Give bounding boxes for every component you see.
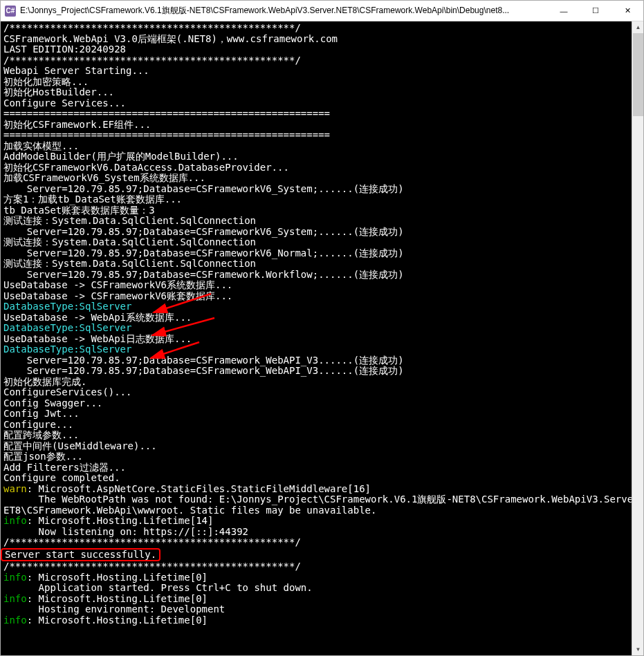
console-line: 加载实体模型... <box>3 141 629 152</box>
console-line: UseDatabase -> CSFrameworkV6账套数据库... <box>3 291 629 302</box>
console-line: 配置json参数... <box>3 451 629 462</box>
console-line: 初始化CSFrameworkV6.DataAccess.DatabaseProv… <box>3 162 629 174</box>
console-line: Now listening on: https://[::]:44392 <box>3 527 629 538</box>
console-line: 初始化CSFramework.EF组件... <box>3 120 629 131</box>
console-line: warn: Microsoft.AspNetCore.StaticFiles.S… <box>3 484 629 495</box>
console-line: info: Microsoft.Hosting.Lifetime[0] <box>3 615 629 626</box>
console-line: The WebRootPath was not found: E:\Jonnys… <box>3 494 629 505</box>
console-line: Configure Services... <box>3 98 629 109</box>
scroll-down-arrow[interactable]: ▼ <box>632 644 643 655</box>
console-line: tb_DataSet账套表数据库数量：3 <box>3 205 629 216</box>
maximize-button[interactable]: ☐ <box>580 1 611 21</box>
console-line: Config Swagger... <box>3 398 629 409</box>
console-line: /***************************************… <box>3 537 629 548</box>
console-line: Server=120.79.85.97;Database=CSFramework… <box>3 227 629 238</box>
console-line: 测试连接：System.Data.SqlClient.SqlConnection <box>3 216 629 227</box>
console-line: Add Filterers过滤器... <box>3 462 629 474</box>
console-line: Configure... <box>3 420 629 431</box>
console-line: DatabaseType:SqlServer <box>3 301 629 312</box>
console-line: Application started. Press Ctrl+C to shu… <box>3 583 629 594</box>
console-line: ========================================… <box>3 109 629 120</box>
console-line: info: Microsoft.Hosting.Lifetime[0] <box>3 572 629 583</box>
console-line: 加载CSFrameworkV6_System系统数据库... <box>3 173 629 184</box>
console-line: 初始化数据库完成. <box>3 377 629 388</box>
app-icon: C# <box>5 6 16 17</box>
console-line: 方案1：加载tb_DataSet账套数据库... <box>3 194 629 205</box>
console-line: 初始化加密策略... <box>3 77 629 88</box>
console-line: ET8\CSFramework.WebApi\wwwroot. Static f… <box>3 505 629 516</box>
console-line: 初始化HostBuilder... <box>3 87 629 98</box>
console-line: Server start successfully. <box>3 548 629 562</box>
console-line: ========================================… <box>3 130 629 141</box>
console-line: Server=120.79.85.97;Database=CSFramework… <box>3 248 629 259</box>
console-line: /***************************************… <box>3 561 629 572</box>
console-line: LAST EDITION:20240928 <box>3 44 629 55</box>
console-line: Hosting environment: Development <box>3 604 629 615</box>
close-button[interactable]: ✕ <box>611 1 643 21</box>
console-line: /***************************************… <box>3 55 629 66</box>
console-line: info: Microsoft.Hosting.Lifetime[0] <box>3 594 629 605</box>
console-line: CSFramework.WebApi V3.0后端框架(.NET8)，www.c… <box>3 34 629 45</box>
console-line: DatabaseType:SqlServer <box>3 323 629 334</box>
window-title: E:\Jonnys_Project\CSFramework.V6.1旗舰版-NE… <box>20 5 548 17</box>
console-line: ConfigureServices()... <box>3 387 629 398</box>
scroll-up-arrow[interactable]: ▲ <box>632 21 643 33</box>
console-line: Server=120.79.85.97;Database=CSFramework… <box>3 366 629 377</box>
console-line: Server=120.79.85.97;Database=CSFramework… <box>3 270 629 281</box>
console-line: UseDatabase -> CSFrameworkV6系统数据库... <box>3 280 629 291</box>
console-line: AddModelBuilder(用户扩展的ModelBuilder)... <box>3 151 629 162</box>
console-line: /***************************************… <box>3 23 629 34</box>
console-line: Configure completed. <box>3 473 629 484</box>
console-area: /***************************************… <box>1 21 643 655</box>
console-line: Server=120.79.85.97;Database=CSFramework… <box>3 184 629 195</box>
minimize-button[interactable]: — <box>548 1 580 21</box>
console-line: DatabaseType:SqlServer <box>3 344 629 355</box>
console-line: Config Jwt... <box>3 409 629 420</box>
console-line: UseDatabase -> WebApi系统数据库... <box>3 312 629 324</box>
console-line: UseDatabase -> WebApi日志数据库... <box>3 334 629 345</box>
console-line: info: Microsoft.Hosting.Lifetime[14] <box>3 516 629 527</box>
console-line: 测试连接：System.Data.SqlClient.SqlConnection <box>3 259 629 270</box>
window-controls: — ☐ ✕ <box>548 1 643 21</box>
console-line: 配置跨域参数... <box>3 430 629 441</box>
console-line: 测试连接：System.Data.SqlClient.SqlConnection <box>3 237 629 248</box>
highlighted-line: Server start successfully. <box>1 548 160 562</box>
scrollbar-thumb[interactable] <box>633 33 643 116</box>
console-output[interactable]: /***************************************… <box>1 21 632 655</box>
scrollbar[interactable]: ▲ ▼ <box>632 21 643 655</box>
app-window: C# E:\Jonnys_Project\CSFramework.V6.1旗舰版… <box>0 0 644 656</box>
console-line: 配置中间件(UseMiddleware)... <box>3 441 629 452</box>
titlebar[interactable]: C# E:\Jonnys_Project\CSFramework.V6.1旗舰版… <box>1 1 643 21</box>
console-line: Webapi Server Starting... <box>3 66 629 77</box>
console-line: Server=120.79.85.97;Database=CSFramework… <box>3 355 629 366</box>
